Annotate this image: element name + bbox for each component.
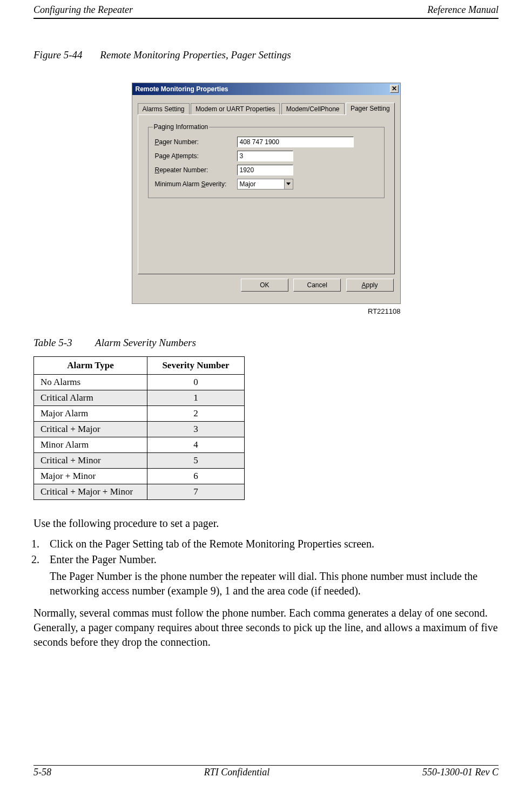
groupbox-legend: Paging Information bbox=[153, 123, 210, 131]
dialog-titlebar: Remote Monitoring Properties ✕ bbox=[132, 83, 400, 95]
label-pager-number: Pager Number: bbox=[155, 138, 237, 146]
dialog-title: Remote Monitoring Properties bbox=[136, 85, 228, 93]
tab-panel-pager: Paging Information Pager Number: Page At… bbox=[138, 114, 395, 274]
min-severity-combo[interactable] bbox=[237, 179, 293, 190]
tab-alarms-setting[interactable]: Alarms Setting bbox=[138, 103, 190, 114]
footer-right: 550-1300-01 Rev C bbox=[422, 767, 499, 778]
page-header: Configuring the Repeater Reference Manua… bbox=[33, 0, 499, 19]
severity-table: Alarm Type Severity Number No Alarms0 Cr… bbox=[33, 356, 245, 500]
step-text: Enter the Pager Number. bbox=[50, 553, 157, 565]
step-text: Click on the Pager Setting tab of the Re… bbox=[50, 538, 374, 550]
pager-number-input[interactable] bbox=[237, 137, 354, 147]
close-button[interactable]: ✕ bbox=[390, 85, 399, 93]
figure-caption: Figure 5-44 Remote Monitoring Properties… bbox=[33, 49, 499, 61]
table-row: Major + Minor6 bbox=[34, 469, 245, 484]
apply-button[interactable]: Apply bbox=[346, 279, 394, 292]
tabstrip: Alarms Setting Modem or UART Properties … bbox=[138, 103, 395, 114]
table-row: Major Alarm2 bbox=[34, 406, 245, 422]
chevron-down-icon[interactable] bbox=[284, 179, 293, 189]
ok-button[interactable]: OK bbox=[241, 279, 288, 292]
figure-image-id: RT221108 bbox=[132, 307, 401, 315]
list-item: Enter the Pager Number. The Pager Number… bbox=[42, 553, 499, 598]
dialog-window: Remote Monitoring Properties ✕ Alarms Se… bbox=[132, 83, 401, 304]
table-title: Alarm Severity Numbers bbox=[95, 337, 196, 348]
th-alarm-type: Alarm Type bbox=[34, 357, 147, 375]
figure-title: Remote Monitoring Properties, Pager Sett… bbox=[100, 49, 291, 60]
label-repeater-number: Repeater Number: bbox=[155, 166, 237, 174]
min-severity-value[interactable] bbox=[238, 179, 284, 189]
table-row: Minor Alarm4 bbox=[34, 437, 245, 453]
body-paragraph: Normally, several commas must follow the… bbox=[33, 606, 499, 650]
repeater-number-input[interactable] bbox=[237, 165, 293, 175]
list-item: Click on the Pager Setting tab of the Re… bbox=[42, 538, 499, 550]
figure-wrapper: Remote Monitoring Properties ✕ Alarms Se… bbox=[33, 83, 499, 315]
tab-modem-cellphone[interactable]: Modem/CellPhone bbox=[281, 103, 345, 114]
table-row: Critical Alarm1 bbox=[34, 390, 245, 406]
page-attempts-input[interactable] bbox=[237, 151, 293, 161]
header-left: Configuring the Repeater bbox=[33, 4, 133, 16]
tab-pager-setting[interactable]: Pager Setting bbox=[346, 103, 395, 115]
table-row: Critical + Major3 bbox=[34, 422, 245, 437]
table-row: Critical + Major + Minor7 bbox=[34, 484, 245, 500]
table-row: No Alarms0 bbox=[34, 375, 245, 390]
dialog-buttons: OK Cancel Apply bbox=[138, 274, 395, 298]
label-min-severity: Minimum Alarm Severity: bbox=[155, 180, 237, 188]
step-subtext: The Pager Number is the phone number the… bbox=[50, 569, 499, 598]
table-label: Table 5-3 bbox=[33, 337, 72, 348]
header-right: Reference Manual bbox=[427, 4, 499, 16]
page-footer: 5-58 RTI Confidential 550-1300-01 Rev C bbox=[33, 765, 499, 778]
th-severity-number: Severity Number bbox=[147, 357, 245, 375]
figure-label: Figure 5-44 bbox=[33, 49, 83, 60]
cancel-button[interactable]: Cancel bbox=[293, 279, 341, 292]
groupbox-paging-info: Paging Information Pager Number: Page At… bbox=[148, 127, 385, 198]
label-page-attempts: Page Attempts: bbox=[155, 152, 237, 160]
table-caption: Table 5-3 Alarm Severity Numbers bbox=[33, 337, 499, 349]
svg-marker-0 bbox=[286, 182, 291, 185]
table-row: Critical + Minor5 bbox=[34, 453, 245, 469]
footer-left: 5-58 bbox=[33, 767, 51, 778]
tab-modem-uart[interactable]: Modem or UART Properties bbox=[191, 103, 280, 114]
close-icon: ✕ bbox=[392, 85, 397, 92]
footer-center: RTI Confidential bbox=[204, 767, 270, 778]
steps-list: Click on the Pager Setting tab of the Re… bbox=[33, 538, 499, 598]
intro-text: Use the following procedure to set a pag… bbox=[33, 516, 499, 530]
